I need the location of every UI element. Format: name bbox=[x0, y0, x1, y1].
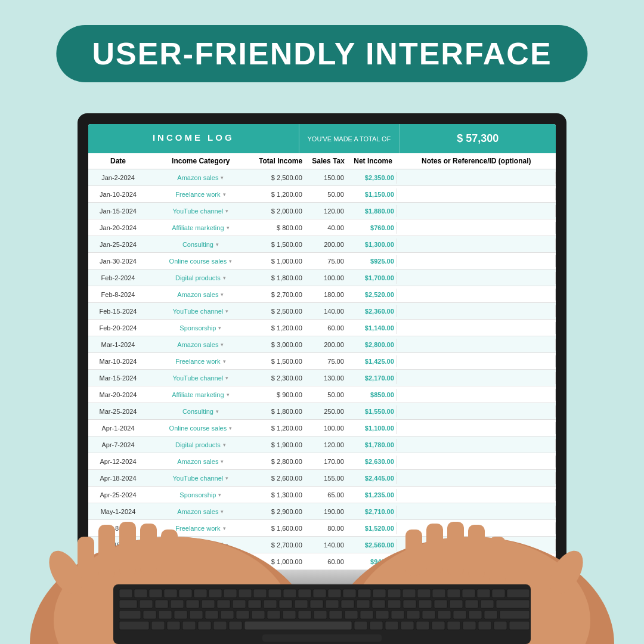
cell-category: YouTube channel ▾ bbox=[148, 374, 253, 382]
svg-rect-38 bbox=[432, 589, 445, 597]
svg-rect-43 bbox=[507, 589, 530, 597]
table-row: Jan-15-2024 YouTube channel ▾ $ 2,000.00… bbox=[88, 203, 556, 219]
svg-rect-33 bbox=[358, 589, 371, 597]
svg-rect-81 bbox=[314, 611, 327, 619]
cell-tax: 50.00 bbox=[307, 191, 349, 198]
svg-rect-35 bbox=[388, 589, 401, 597]
category-text: Digital products bbox=[175, 274, 221, 281]
svg-rect-23 bbox=[209, 589, 222, 597]
svg-rect-48 bbox=[186, 600, 199, 608]
cell-net: $2,360.00 bbox=[349, 308, 397, 315]
cell-date: Mar-1-2024 bbox=[88, 341, 148, 348]
category-text: Consulting bbox=[182, 408, 213, 415]
income-log-title: INCOME LOG bbox=[88, 124, 299, 153]
svg-rect-84 bbox=[360, 611, 373, 619]
cell-total: $ 2,300.00 bbox=[253, 374, 307, 382]
cell-tax: 130.00 bbox=[307, 374, 349, 382]
cell-notes bbox=[397, 339, 556, 351]
cell-tax: 140.00 bbox=[307, 308, 349, 315]
dropdown-arrow-icon: ▾ bbox=[216, 408, 219, 414]
table-row: Feb-20-2024 Sponsorship ▾ $ 1,200.00 60.… bbox=[88, 320, 556, 336]
cell-tax: 50.00 bbox=[307, 391, 349, 398]
dropdown-arrow-icon: ▾ bbox=[221, 175, 224, 181]
cell-category: Freelance work ▾ bbox=[148, 191, 253, 198]
cell-notes bbox=[397, 205, 556, 217]
svg-rect-108 bbox=[447, 621, 460, 630]
svg-rect-99 bbox=[213, 621, 227, 630]
cell-date: Jan-10-2024 bbox=[88, 191, 148, 198]
col-header-net: Net Income bbox=[349, 157, 397, 165]
svg-rect-60 bbox=[372, 600, 385, 608]
cell-category: Affiliate marketing ▾ bbox=[148, 391, 253, 398]
svg-rect-24 bbox=[224, 589, 237, 597]
cell-net: $925.00 bbox=[349, 258, 397, 265]
table-row: Jan-30-2024 Online course sales ▾ $ 1,00… bbox=[88, 253, 556, 270]
svg-rect-68 bbox=[496, 600, 530, 608]
svg-rect-27 bbox=[268, 589, 281, 597]
dropdown-arrow-icon: ▾ bbox=[229, 258, 232, 264]
svg-rect-97 bbox=[182, 621, 196, 630]
svg-rect-92 bbox=[484, 611, 497, 619]
cell-net: $1,780.00 bbox=[349, 441, 397, 448]
svg-rect-91 bbox=[469, 611, 482, 619]
category-text: Freelance work bbox=[175, 191, 220, 198]
cell-notes bbox=[397, 439, 556, 451]
dropdown-arrow-icon: ▾ bbox=[221, 342, 224, 348]
category-text: YouTube channel bbox=[172, 208, 223, 215]
cell-total: $ 2,500.00 bbox=[253, 174, 307, 181]
table-row: Mar-20-2024 Affiliate marketing ▾ $ 900.… bbox=[88, 386, 556, 403]
svg-rect-85 bbox=[376, 611, 389, 619]
table-row: Jan-10-2024 Freelance work ▾ $ 1,200.00 … bbox=[88, 186, 556, 203]
svg-rect-113 bbox=[262, 634, 382, 642]
svg-rect-45 bbox=[140, 600, 153, 608]
cell-notes bbox=[397, 372, 556, 384]
category-text: YouTube channel bbox=[172, 374, 223, 382]
svg-rect-112 bbox=[509, 621, 530, 630]
svg-rect-69 bbox=[119, 611, 141, 619]
column-headers: Date Income Category Total Income Sales … bbox=[88, 153, 556, 169]
svg-rect-54 bbox=[279, 600, 292, 608]
cell-net: $1,700.00 bbox=[349, 274, 397, 281]
svg-rect-95 bbox=[151, 621, 165, 630]
cell-total: $ 800.00 bbox=[253, 224, 307, 231]
total-value: $ 57,300 bbox=[400, 124, 556, 153]
svg-rect-94 bbox=[119, 621, 149, 630]
svg-rect-58 bbox=[341, 600, 354, 608]
svg-rect-87 bbox=[407, 611, 420, 619]
cell-net: $760.00 bbox=[349, 224, 397, 231]
dropdown-arrow-icon: ▾ bbox=[223, 191, 226, 197]
svg-rect-17 bbox=[119, 589, 132, 597]
category-text: Freelance work bbox=[175, 358, 220, 365]
cell-date: Jan-15-2024 bbox=[88, 208, 148, 215]
col-header-notes: Notes or Reference/ID (optional) bbox=[397, 157, 556, 165]
cell-net: $850.00 bbox=[349, 391, 397, 398]
dropdown-arrow-icon: ▾ bbox=[225, 375, 228, 381]
svg-rect-80 bbox=[298, 611, 311, 619]
svg-rect-34 bbox=[373, 589, 386, 597]
cell-category: Consulting ▾ bbox=[148, 408, 253, 415]
svg-rect-51 bbox=[233, 600, 246, 608]
cell-tax: 100.00 bbox=[307, 274, 349, 281]
svg-rect-55 bbox=[295, 600, 308, 608]
cell-category: Amazon sales ▾ bbox=[148, 174, 253, 181]
cell-net: $1,140.00 bbox=[349, 324, 397, 332]
cell-date: Jan-25-2024 bbox=[88, 241, 148, 248]
category-text: Amazon sales bbox=[177, 174, 218, 181]
svg-rect-22 bbox=[194, 589, 207, 597]
sheet-header: INCOME LOG YOU'VE MADE A TOTAL OF $ 57,3… bbox=[88, 124, 556, 153]
svg-rect-102 bbox=[354, 621, 367, 630]
svg-rect-63 bbox=[419, 600, 432, 608]
svg-rect-13 bbox=[468, 525, 485, 578]
svg-rect-49 bbox=[202, 600, 215, 608]
svg-rect-76 bbox=[236, 611, 249, 619]
category-text: YouTube channel bbox=[172, 308, 223, 315]
cell-notes bbox=[397, 222, 556, 234]
table-row: Feb-2-2024 Digital products ▾ $ 1,800.00… bbox=[88, 270, 556, 286]
svg-rect-47 bbox=[171, 600, 184, 608]
svg-rect-59 bbox=[357, 600, 370, 608]
table-row: Jan-25-2024 Consulting ▾ $ 1,500.00 200.… bbox=[88, 236, 556, 253]
col-header-date: Date bbox=[88, 157, 148, 165]
svg-rect-64 bbox=[434, 600, 447, 608]
cell-net: $2,520.00 bbox=[349, 291, 397, 298]
dropdown-arrow-icon: ▾ bbox=[225, 308, 228, 314]
